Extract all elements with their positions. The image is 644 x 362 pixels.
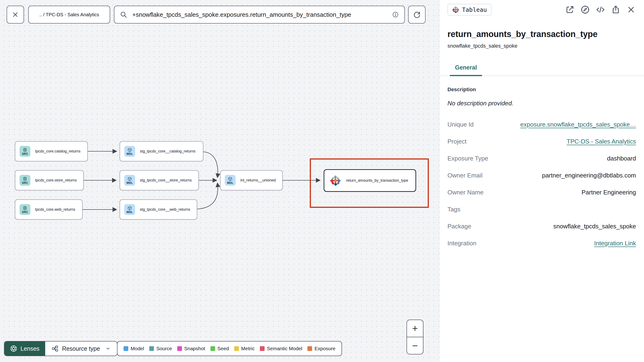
aperture-icon [10,345,17,352]
detail-fields: Unique Id exposure.snowflake_tpcds_sales… [448,116,636,252]
database-icon [22,176,27,181]
node-label: stg_tpcds_core__web_returns [140,207,190,212]
description-empty-text: No description provided. [448,100,636,107]
field-row-integration: Integration Integration Link [448,235,636,252]
graph-node-stg-catalog-returns[interactable]: MDL stg_tpcds_core__catalog_returns [120,141,203,161]
database-icon [22,206,27,211]
legend-item-source: Source [149,346,172,351]
package-subtitle: snowflake_tpcds_sales_spoke [448,43,636,49]
graph-node-stg-web-returns[interactable]: MDL stg_tpcds_core__web_returns [120,199,197,220]
graph-node-source-catalog-returns[interactable]: SRC tpcds_core.catalog_returns [15,141,88,161]
node-label: int_returns__unioned [240,178,276,183]
panel-actions [565,5,636,15]
search-icon [120,11,128,19]
info-icon[interactable] [392,11,399,18]
zoom-in-button[interactable]: + [407,320,423,337]
close-icon [626,5,636,15]
refresh-button[interactable] [408,6,426,24]
seed-swatch [210,346,215,351]
resource-type-icon [51,345,58,352]
description-heading: Description [448,86,636,93]
database-icon [22,147,27,152]
code-icon [596,5,606,15]
integration-link[interactable]: Integration Link [594,240,636,247]
package-value: snowflake_tpcds_sales_spoke [554,223,636,230]
share-icon [611,5,621,15]
source-swatch [149,346,154,351]
model-swatch [124,346,128,351]
source-badge: SRC [20,204,30,215]
lenses-control: Lenses Resource type [4,341,118,356]
field-row-unique-id: Unique Id exposure.snowflake_tpcds_sales… [448,116,636,133]
lineage-search[interactable] [114,6,405,24]
close-panel-button[interactable] [626,5,636,15]
tableau-icon [452,6,459,13]
node-label: return_amounts_by_transaction_type [346,178,408,183]
details-panel: Tableau return_amounts_by_transaction_ty… [439,0,644,362]
tableau-icon [330,175,341,186]
page-title: return_amounts_by_transaction_type [448,29,636,39]
model-badge: MDL [225,175,236,186]
cube-icon [228,176,232,181]
node-label: stg_tpcds_core__store_returns [140,178,192,183]
exposure-type-value: dashboard [607,155,636,162]
chevron-down-icon [105,346,111,351]
dbt-lineage-app: SRC tpcds_core.catalog_returns MDL stg_t… [0,0,644,362]
legend-item-snapshot: Snapshot [177,346,205,351]
model-badge: MDL [124,204,135,215]
graph-node-source-web-returns[interactable]: SRC tpcds_core.web_returns [15,199,82,220]
graph-node-stg-store-returns[interactable]: MDL stg_tpcds_core__store_returns [120,170,199,191]
legend-item-exposure: Exposure [308,346,336,351]
graph-node-exposure-selected[interactable]: return_amounts_by_transaction_type [324,169,416,192]
compass-icon [580,5,590,15]
legend-item-model: Model [124,346,144,351]
field-row-tags: Tags [448,201,636,218]
zoom-out-button[interactable]: − [407,337,423,354]
owner-email-value: partner_engineering@dbtlabs.com [542,172,636,179]
integration-badge: Tableau [448,4,492,16]
node-label: tpcds_core.store_returns [35,178,77,183]
tab-general[interactable]: General [450,64,482,76]
close-lineage-button[interactable] [6,6,24,24]
cube-icon [127,147,132,152]
graph-node-source-store-returns[interactable]: SRC tpcds_core.store_returns [15,170,84,191]
source-badge: SRC [20,146,30,157]
open-external-button[interactable] [565,5,575,15]
owner-name-value: Partner Engineering [582,189,636,196]
panel-header: Tableau [448,4,636,16]
explore-lineage-button[interactable] [580,5,590,15]
resource-type-legend: Model Source Snapshot Seed Metric Semant… [117,341,342,356]
field-row-package: Package snowflake_tpcds_sales_spoke [448,218,636,235]
view-code-button[interactable] [596,5,606,15]
close-icon [11,11,19,19]
zoom-controls: + − [406,320,424,354]
node-label: tpcds_core.catalog_returns [35,149,80,153]
unique-id-link[interactable]: exposure.snowflake_tpcds_sales_spoke… [520,121,636,128]
panel-tabs: General [440,64,644,76]
model-badge: MDL [124,146,135,157]
share-button[interactable] [611,5,621,15]
model-badge: MDL [124,175,135,186]
source-badge: SRC [20,175,30,186]
lenses-button[interactable]: Lenses [4,341,45,356]
legend-item-metric: Metric [234,346,255,351]
breadcrumb[interactable]: .. / TPC-DS - Sales Analytics [28,6,110,24]
field-row-exposure-type: Exposure Type dashboard [448,150,636,167]
exposure-swatch [308,346,312,351]
cube-icon [127,206,132,211]
external-link-icon [565,5,575,15]
project-link[interactable]: TPC-DS - Sales Analytics [566,138,636,145]
semantic-model-swatch [260,346,264,351]
node-label: stg_tpcds_core__catalog_returns [140,149,196,153]
search-input[interactable] [132,11,388,19]
refresh-icon [413,11,421,19]
legend-item-seed: Seed [210,346,229,351]
node-label: tpcds_core.web_returns [35,207,75,212]
resource-type-dropdown[interactable]: Resource type [45,341,117,356]
cube-icon [127,176,132,181]
lineage-canvas[interactable]: SRC tpcds_core.catalog_returns MDL stg_t… [0,0,439,362]
legend-item-semantic-model: Semantic Model [260,346,302,351]
graph-node-int-returns-unioned[interactable]: MDL int_returns__unioned [220,170,283,191]
metric-swatch [234,346,239,351]
snapshot-swatch [177,346,182,351]
